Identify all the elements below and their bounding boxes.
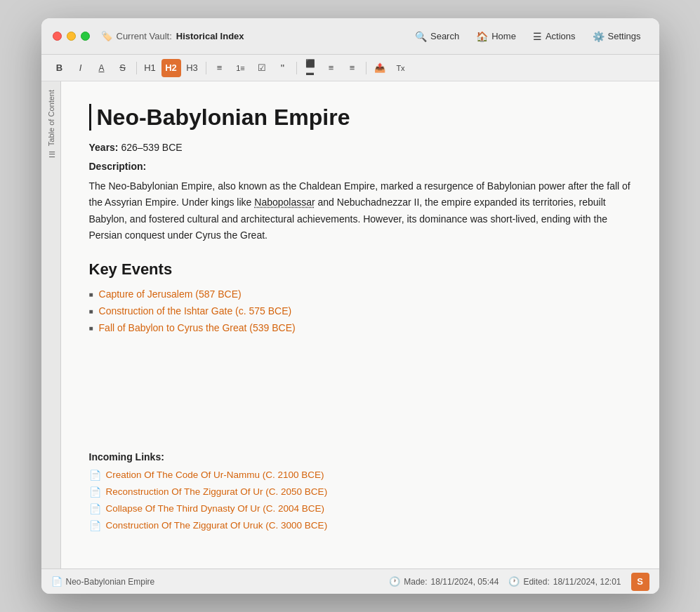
align-right-button[interactable]: ≡ — [343, 59, 362, 77]
formatting-toolbar: B I A S H1 H2 H3 ≡ 1≡ ☑ " — [41, 55, 659, 81]
h3-button[interactable]: H3 — [183, 59, 202, 77]
ul-icon: ≡ — [217, 62, 223, 73]
export-icon: 📤 — [374, 62, 385, 73]
toc-sidebar-tab[interactable]: ☰ Table of Content — [41, 81, 61, 568]
close-button[interactable] — [53, 32, 62, 41]
search-label: Search — [430, 31, 459, 41]
search-button[interactable]: 🔍 Search — [408, 27, 466, 46]
h1-button[interactable]: H1 — [140, 59, 160, 77]
list-item: Capture of Jerusalem (587 BCE) — [89, 288, 631, 300]
toolbar-divider-1 — [136, 62, 137, 74]
vault-label: 🏷️ Current Vault: Historical Index — [101, 31, 244, 41]
highlight-icon: A — [98, 63, 104, 73]
minimize-button[interactable] — [67, 32, 76, 41]
actions-button[interactable]: ☰ Actions — [526, 27, 583, 46]
bold-icon: B — [56, 62, 62, 73]
export-button[interactable]: 📤 — [370, 59, 390, 77]
filename-label: Neo-Babylonian Empire — [66, 577, 155, 587]
description-label: Description: — [89, 159, 631, 174]
made-clock-icon: 🕐 — [389, 576, 400, 587]
list-item: Construction of the Ishtar Gate (c. 575 … — [89, 305, 631, 317]
incoming-links-section: Incoming Links: 📄 Creation Of The Code O… — [89, 434, 631, 531]
h2-button[interactable]: H2 — [161, 59, 181, 77]
bold-button[interactable]: B — [50, 59, 70, 77]
document-title: Neo-Babylonian Empire — [89, 104, 631, 131]
titlebar: 🏷️ Current Vault: Historical Index 🔍 Sea… — [41, 18, 659, 55]
ordered-list-button[interactable]: 1≡ — [231, 59, 251, 77]
strikethrough-icon: S — [119, 62, 126, 73]
h3-label: H3 — [186, 62, 198, 73]
edited-clock-icon: 🕐 — [508, 576, 520, 587]
clear-formatting-button[interactable]: Tx — [391, 59, 411, 77]
key-event-link-3[interactable]: Fall of Babylon to Cyrus the Great (539 … — [99, 322, 296, 333]
h2-label: H2 — [165, 62, 177, 73]
edited-value: 18/11/2024, 12:01 — [553, 577, 621, 587]
years-value: 626–539 BCE — [121, 142, 182, 153]
avatar-letter: S — [637, 576, 643, 587]
key-event-link-2[interactable]: Construction of the Ishtar Gate (c. 575 … — [99, 305, 292, 317]
main-area: ☰ Table of Content Neo-Babylonian Empire… — [41, 81, 659, 568]
quote-icon: " — [281, 62, 284, 74]
actions-label: Actions — [546, 31, 576, 41]
filename-item: 📄 Neo-Babylonian Empire — [51, 576, 155, 587]
incoming-link-2[interactable]: 📄 Reconstruction Of The Ziggurat Of Ur (… — [89, 486, 631, 498]
h1-label: H1 — [144, 62, 156, 73]
statusbar-left: 📄 Neo-Babylonian Empire — [51, 576, 378, 587]
settings-button[interactable]: ⚙️ Settings — [586, 27, 648, 46]
task-list-button[interactable]: ☑ — [252, 59, 272, 77]
highlight-button[interactable]: A — [92, 59, 112, 77]
search-icon: 🔍 — [415, 31, 427, 42]
made-label: Made: — [404, 577, 427, 587]
statusbar-right: 🕐 Made: 18/11/2024, 05:44 🕐 Edited: 18/1… — [389, 573, 649, 591]
editor-spacer — [89, 350, 631, 434]
toc-icon: ☰ — [46, 149, 55, 159]
maximize-button[interactable] — [81, 32, 90, 41]
edited-date-item: 🕐 Edited: 18/11/2024, 12:01 — [508, 576, 621, 587]
home-icon: 🏠 — [476, 31, 488, 42]
made-value: 18/11/2024, 05:44 — [431, 577, 499, 587]
made-date-item: 🕐 Made: 18/11/2024, 05:44 — [389, 576, 498, 587]
strikethrough-button[interactable]: S — [113, 59, 133, 77]
years-label: Years: — [89, 142, 119, 153]
unordered-list-button[interactable]: ≡ — [210, 59, 230, 77]
edited-label: Edited: — [523, 577, 549, 587]
user-avatar[interactable]: S — [631, 573, 649, 591]
home-label: Home — [491, 31, 516, 41]
align-left-icon: ⬛ ▬ — [301, 59, 320, 76]
incoming-link-3[interactable]: 📄 Collapse Of The Third Dynasty Of Ur (C… — [89, 503, 631, 514]
align-left-button[interactable]: ⬛ ▬ — [301, 59, 320, 77]
file-icon-1: 📄 — [89, 470, 101, 481]
nabopolassar-link[interactable]: Nabopolassar — [254, 197, 315, 208]
align-right-icon: ≡ — [350, 62, 355, 73]
vault-icon: 🏷️ — [101, 31, 112, 41]
settings-icon: ⚙️ — [593, 31, 605, 42]
clear-formatting-icon: Tx — [396, 64, 404, 72]
file-icon-4: 📄 — [89, 520, 101, 531]
vault-prefix: Current Vault: — [117, 31, 172, 41]
actions-icon: ☰ — [533, 31, 542, 42]
blockquote-button[interactable]: " — [273, 59, 293, 77]
home-button[interactable]: 🏠 Home — [469, 27, 523, 46]
align-center-button[interactable]: ≡ — [322, 59, 341, 77]
editor-area[interactable]: Neo-Babylonian Empire Years: 626–539 BCE… — [61, 81, 659, 568]
traffic-lights — [53, 32, 90, 41]
vault-name: Historical Index — [176, 31, 244, 41]
toolbar-divider-2 — [206, 62, 206, 74]
italic-button[interactable]: I — [71, 59, 91, 77]
file-status-icon: 📄 — [51, 576, 62, 587]
file-icon-2: 📄 — [89, 486, 101, 498]
key-events-heading: Key Events — [89, 260, 631, 279]
titlebar-actions: 🔍 Search 🏠 Home ☰ Actions ⚙️ Settings — [408, 27, 648, 46]
ol-icon: 1≡ — [236, 64, 245, 72]
description-text: The Neo-Babylonian Empire, also known as… — [89, 178, 631, 243]
toolbar-divider-4 — [366, 62, 366, 74]
align-center-icon: ≡ — [329, 62, 334, 73]
toc-sidebar-label: ☰ Table of Content — [46, 90, 55, 159]
task-icon: ☑ — [258, 62, 266, 73]
key-event-link-1[interactable]: Capture of Jerusalem (587 BCE) — [99, 288, 242, 300]
incoming-link-4[interactable]: 📄 Construction Of The Ziggurat Of Uruk (… — [89, 520, 631, 531]
list-item: Fall of Babylon to Cyrus the Great (539 … — [89, 322, 631, 333]
italic-icon: I — [79, 62, 82, 73]
incoming-link-1[interactable]: 📄 Creation Of The Code Of Ur-Nammu (C. 2… — [89, 470, 631, 481]
toolbar-divider-3 — [296, 62, 297, 74]
